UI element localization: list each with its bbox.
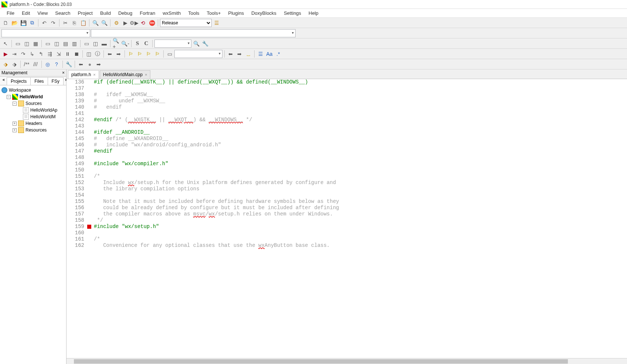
code-line[interactable]: 161/* bbox=[67, 236, 627, 242]
code-line[interactable]: 138# ifdef __WXMSW__ bbox=[67, 92, 627, 98]
gutter[interactable] bbox=[87, 110, 92, 117]
doxy-wizard-icon[interactable]: ⬗ bbox=[1, 60, 10, 68]
menu-wxsmith[interactable]: wxSmith bbox=[159, 9, 184, 17]
replace-icon[interactable]: 🔍 bbox=[100, 19, 108, 27]
code-text[interactable]: #ifdef __ANDROID__ bbox=[92, 129, 150, 136]
rect2-icon[interactable]: ◫ bbox=[23, 40, 31, 48]
next-instr-icon[interactable]: ⇶ bbox=[46, 50, 54, 58]
save-all-icon[interactable]: ⧉ bbox=[28, 19, 36, 27]
new-file-icon[interactable]: 🗋 bbox=[1, 19, 10, 27]
class-icon[interactable]: C bbox=[142, 40, 150, 48]
gutter[interactable] bbox=[87, 92, 92, 98]
doxy-extract-icon[interactable]: ⬗ bbox=[10, 60, 18, 68]
code-text[interactable]: /* bbox=[92, 173, 100, 180]
headers-folder[interactable]: + Headers bbox=[1, 120, 65, 127]
find-icon[interactable]: 🔍 bbox=[91, 19, 99, 27]
code-line[interactable]: 159#include "wx/setup.h" bbox=[67, 224, 627, 230]
break-icon[interactable]: ⏸ bbox=[64, 50, 72, 58]
menu-plugins[interactable]: Plugins bbox=[225, 9, 248, 17]
goto-file-icon[interactable]: ▭ bbox=[166, 50, 174, 58]
editor-tab[interactable]: HelloWorldMain.cpp× bbox=[100, 70, 151, 79]
code-text[interactable]: # undef __WXMSW__ bbox=[92, 98, 165, 104]
run-icon[interactable]: ▶ bbox=[121, 19, 129, 27]
box4-icon[interactable]: ▥ bbox=[70, 40, 78, 48]
menu-tools[interactable]: Tools bbox=[184, 9, 203, 17]
gutter[interactable] bbox=[87, 123, 92, 129]
gutter[interactable] bbox=[87, 224, 92, 230]
code-text[interactable]: #if (defined(__WXGTK__) || defined(__WXQ… bbox=[92, 79, 308, 85]
build-icon[interactable]: ⚙ bbox=[112, 19, 120, 27]
gutter[interactable] bbox=[87, 167, 92, 173]
gutter[interactable] bbox=[87, 236, 92, 242]
code-line[interactable]: 153 the library compilation options bbox=[67, 186, 627, 192]
code-line[interactable]: 150 bbox=[67, 167, 627, 173]
search-combo-1[interactable] bbox=[154, 40, 191, 48]
gutter[interactable] bbox=[87, 79, 92, 85]
code-line[interactable]: 156 could be already defined by configur… bbox=[67, 205, 627, 211]
code-text[interactable]: #endif bbox=[92, 148, 112, 154]
cut-icon[interactable]: ✂ bbox=[61, 19, 69, 27]
menu-file[interactable]: File bbox=[3, 9, 18, 17]
copy-icon[interactable]: ⎘ bbox=[70, 19, 78, 27]
code-text[interactable]: #include "wx/compiler.h" bbox=[92, 161, 168, 167]
symbol-combo[interactable] bbox=[91, 29, 296, 37]
expander-icon[interactable]: + bbox=[13, 128, 17, 132]
clear-bookmarks-icon[interactable]: 🏳 bbox=[153, 50, 161, 58]
gutter[interactable] bbox=[87, 211, 92, 217]
doxy-config-icon[interactable]: 🔧 bbox=[65, 60, 73, 68]
search-options-icon[interactable]: 🔧 bbox=[201, 40, 209, 48]
code-text[interactable]: # include "wx/android/config_android.h" bbox=[92, 142, 221, 148]
code-line[interactable]: 139# undef __WXMSW__ bbox=[67, 98, 627, 104]
jump-back-icon[interactable]: ⬅ bbox=[106, 50, 114, 58]
menu-build[interactable]: Build bbox=[96, 9, 115, 17]
code-text[interactable]: # define __WXANDROID__ bbox=[92, 136, 168, 142]
select-text-icon[interactable]: ☰ bbox=[256, 50, 265, 58]
code-text[interactable]: #endif /* (__WXGTK__ || __WXQT__) && __W… bbox=[92, 117, 252, 123]
code-line[interactable]: 140# endif bbox=[67, 104, 627, 110]
code-text[interactable] bbox=[92, 110, 94, 117]
gutter[interactable] bbox=[87, 192, 92, 198]
cursor-icon[interactable]: ↖ bbox=[1, 40, 10, 48]
code-text[interactable]: */ bbox=[92, 217, 103, 224]
next-bookmark-icon[interactable]: 🏳 bbox=[144, 50, 153, 58]
project-tree[interactable]: Workspace − HelloWorld − Sources HelloWo… bbox=[0, 85, 66, 364]
paste-icon[interactable]: 📋 bbox=[79, 19, 87, 27]
code-line[interactable]: 152 Include wx/setup.h for the Unix plat… bbox=[67, 180, 627, 186]
gutter[interactable] bbox=[87, 98, 92, 104]
close-icon[interactable]: × bbox=[93, 72, 95, 77]
zoom-out-icon[interactable]: 🔍- bbox=[121, 40, 129, 48]
code-line[interactable]: 154 bbox=[67, 192, 627, 198]
gutter[interactable] bbox=[87, 180, 92, 186]
gutter[interactable] bbox=[87, 136, 92, 142]
highlight-icon[interactable]: ⎵ bbox=[244, 50, 252, 58]
nav-forward-icon[interactable]: ➡ bbox=[235, 50, 243, 58]
rect1-icon[interactable]: ▭ bbox=[14, 40, 22, 48]
close-icon[interactable]: × bbox=[145, 72, 147, 77]
step-into-icon[interactable]: ↳ bbox=[28, 50, 36, 58]
build-run-icon[interactable]: ⚙▶ bbox=[130, 19, 138, 27]
box1-icon[interactable]: ▭ bbox=[44, 40, 52, 48]
code-text[interactable]: could be already defined by configure bu… bbox=[92, 205, 339, 211]
editor-tab[interactable]: platform.h× bbox=[68, 70, 99, 79]
panel1-icon[interactable]: ▭ bbox=[82, 40, 91, 48]
line-comment-icon[interactable]: /// bbox=[31, 60, 40, 68]
gutter[interactable] bbox=[87, 186, 92, 192]
open-file-icon[interactable]: 📂 bbox=[10, 19, 18, 27]
code-text[interactable]: Include wx/setup.h for the Unix platform… bbox=[92, 180, 336, 186]
code-line[interactable]: 158 */ bbox=[67, 217, 627, 224]
code-text[interactable] bbox=[92, 230, 94, 236]
menu-tools[interactable]: Tools+ bbox=[203, 9, 225, 17]
mgmt-tab-projects[interactable]: Projects bbox=[7, 77, 31, 85]
gutter[interactable] bbox=[87, 129, 92, 136]
gutter[interactable] bbox=[87, 117, 92, 123]
gutter[interactable] bbox=[87, 217, 92, 224]
menu-debug[interactable]: Debug bbox=[115, 9, 136, 17]
code-text[interactable]: # ifdef __WXMSW__ bbox=[92, 92, 153, 98]
rect3-icon[interactable]: ▦ bbox=[31, 40, 40, 48]
next-line-icon[interactable]: ↷ bbox=[19, 50, 27, 58]
expander-icon[interactable]: − bbox=[13, 102, 17, 106]
code-text[interactable]: the library compilation options bbox=[92, 186, 200, 192]
gutter[interactable] bbox=[87, 154, 92, 161]
code-text[interactable]: # endif bbox=[92, 104, 122, 110]
gutter[interactable] bbox=[87, 198, 92, 205]
